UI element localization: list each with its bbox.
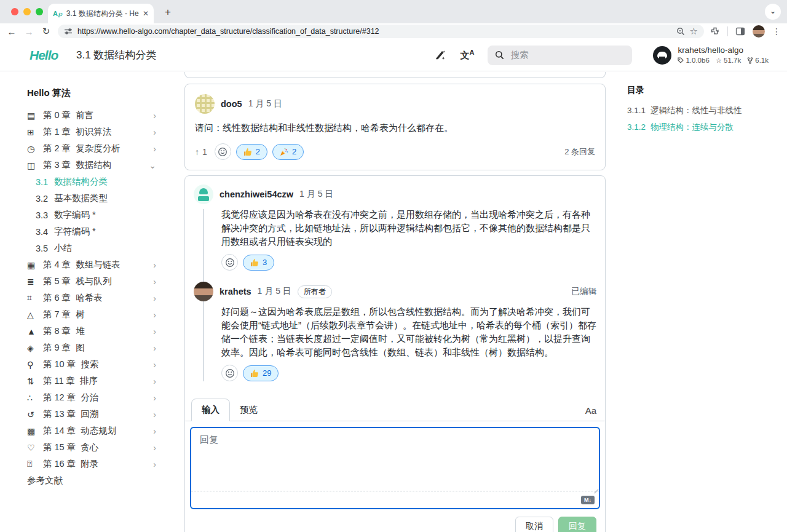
markdown-icon[interactable]: M↓ [581, 496, 595, 504]
sidebar-item-chapter-0[interactable]: ▤ 第 0 章前言 › [27, 107, 156, 124]
comment-date[interactable]: 1 月 5 日 [258, 286, 291, 297]
sidebar-item-chapter-14[interactable]: ▩ 第 14 章动态规划 › [27, 423, 156, 439]
tab-search-chevron-icon[interactable]: ⌄ [765, 4, 781, 20]
extensions-icon[interactable] [710, 26, 720, 36]
chevron-right-icon[interactable]: › [153, 426, 156, 436]
zoom-window-button[interactable] [36, 8, 43, 15]
chevron-right-icon[interactable]: › [153, 443, 156, 453]
sidebar-item-chapter-13[interactable]: ↺ 第 13 章回溯 › [27, 406, 156, 423]
sidebar-item-chapter-16[interactable]: ⍰ 第 16 章附录 › [27, 456, 156, 472]
chevron-right-icon[interactable]: › [153, 360, 156, 370]
comment-author[interactable]: chenzhiwei54czw [219, 189, 293, 199]
back-icon[interactable]: ← [6, 26, 17, 37]
close-window-button[interactable] [11, 8, 18, 15]
sidebar-item-chapter-5[interactable]: ≣ 第 5 章栈与队列 › [27, 273, 156, 290]
tab-preview[interactable]: 预览 [230, 399, 267, 421]
chevron-right-icon[interactable]: › [153, 459, 156, 469]
chevron-right-icon[interactable]: › [153, 410, 156, 419]
url-text[interactable]: https://www.hello-algo.com/chapter_data_… [77, 27, 671, 36]
comment-date[interactable]: 1 月 5 日 [248, 98, 282, 109]
sidebar-item-3-4[interactable]: 3.4字符编码 * [27, 223, 156, 240]
reaction-thumbs-up[interactable]: 2 [236, 144, 267, 160]
toc-item-3-1-2[interactable]: 3.1.2物理结构：连续与分散 [627, 119, 781, 135]
bookmark-star-icon[interactable]: ☆ [690, 26, 698, 37]
add-reaction-button[interactable] [221, 365, 238, 381]
add-reaction-button[interactable] [221, 254, 238, 271]
sidebar-item-chapter-6[interactable]: ⌗ 第 6 章哈希表 › [27, 290, 156, 306]
reaction-thumbs-up[interactable]: 3 [243, 255, 274, 271]
refresh-icon[interactable]: ↻ [41, 26, 52, 37]
avatar[interactable] [195, 94, 215, 114]
sidebar-item-chapter-2[interactable]: ◷ 第 2 章复杂度分析 › [27, 140, 156, 157]
tab-write[interactable]: 输入 [191, 399, 230, 421]
add-reaction-button[interactable] [215, 143, 231, 160]
sidebar-item-chapter-11[interactable]: ⇅ 第 11 章排序 › [27, 373, 156, 389]
window-controls[interactable] [11, 8, 43, 15]
side-panel-icon[interactable] [735, 26, 745, 36]
search-placeholder: 搜索 [510, 49, 528, 61]
chevron-right-icon[interactable]: › [153, 111, 156, 121]
hello-algo-logo[interactable]: Hello [30, 48, 76, 63]
comment-author[interactable]: doo5 [221, 99, 242, 109]
sidebar-item-chapter-15[interactable]: ♡ 第 15 章贪心 › [27, 439, 156, 456]
reply-textarea[interactable] [191, 428, 599, 490]
zoom-page-icon[interactable] [676, 27, 685, 36]
sidebar-item-references[interactable]: 参考文献 [27, 472, 156, 489]
reply-submit-button[interactable]: 回复 [558, 517, 596, 532]
text-format-button[interactable]: Aa [585, 405, 596, 421]
calculator-icon: ⊞ [27, 127, 43, 137]
site-settings-icon[interactable] [64, 27, 73, 36]
sidebar-item-3-2[interactable]: 3.2基本数据类型 [27, 190, 156, 207]
chevron-right-icon[interactable]: › [153, 127, 156, 137]
toolbar-divider [727, 26, 728, 36]
chevron-right-icon[interactable]: › [153, 293, 156, 303]
sidebar-item-3-5[interactable]: 3.5小结 [27, 240, 156, 256]
sidebar-item-chapter-1[interactable]: ⊞ 第 1 章初识算法 › [27, 124, 156, 140]
sidebar-item-chapter-9[interactable]: ◈ 第 9 章图 › [27, 339, 156, 356]
chevron-right-icon[interactable]: › [153, 376, 156, 386]
browser-tab[interactable]: A℘ 3.1 数据结构分类 - Hello 算法 ✕ [48, 4, 154, 23]
sidebar-item-3-1[interactable]: 3.1数据结构分类 [27, 173, 156, 190]
minimize-window-button[interactable] [23, 8, 31, 15]
reply-form-tabs: 输入 预览 Aa [185, 395, 605, 421]
sidebar-item-chapter-10[interactable]: ⚲ 第 10 章搜索 › [27, 356, 156, 373]
upvote-button[interactable]: ↑ 1 [195, 147, 207, 157]
tab-close-icon[interactable]: ✕ [143, 9, 149, 18]
chevron-right-icon[interactable]: › [153, 327, 156, 336]
sidebar-item-chapter-7[interactable]: △ 第 7 章树 › [27, 306, 156, 323]
repo-stars: ☆51.7k [716, 56, 741, 65]
chevron-right-icon[interactable]: › [153, 260, 156, 270]
sidebar-item-chapter-12[interactable]: ∴ 第 12 章分治 › [27, 389, 156, 406]
toc-item-3-1-1[interactable]: 3.1.1逻辑结构：线性与非线性 [627, 102, 781, 119]
graph-icon: ◈ [27, 343, 43, 353]
chevron-right-icon[interactable]: › [153, 144, 156, 154]
language-switch-icon[interactable]: 文A [460, 49, 474, 62]
reaction-tada[interactable]: 2 [272, 144, 304, 160]
sidebar-item-chapter-3[interactable]: ◫ 第 3 章数据结构 ⌄ [27, 157, 156, 173]
search-input[interactable]: 搜索 [488, 46, 632, 65]
forward-icon[interactable]: → [23, 26, 34, 37]
address-bar[interactable]: https://www.hello-algo.com/chapter_data_… [58, 25, 704, 38]
chevron-down-icon[interactable]: ⌄ [149, 161, 156, 170]
question-icon: ⍰ [27, 459, 43, 469]
reaction-thumbs-up[interactable]: 29 [243, 365, 279, 381]
sidebar-item-3-3[interactable]: 3.3数字编码 * [27, 207, 156, 223]
sidebar-item-chapter-4[interactable]: ▦ 第 4 章数组与链表 › [27, 256, 156, 273]
comment-date[interactable]: 1 月 5 日 [299, 189, 333, 200]
chevron-right-icon[interactable]: › [153, 393, 156, 403]
sidebar-item-chapter-8[interactable]: ▲ 第 8 章堆 › [27, 323, 156, 339]
comment-author[interactable]: krahets [219, 287, 251, 296]
theme-toggle-icon[interactable] [434, 49, 446, 62]
new-tab-button[interactable]: + [165, 6, 171, 18]
chevron-right-icon[interactable]: › [153, 277, 156, 287]
browser-menu-icon[interactable]: ⋮ [772, 26, 781, 36]
sidebar-nav: Hello 算法 ▤ 第 0 章前言 › ⊞ 第 1 章初识算法 › ◷ 第 2… [27, 87, 156, 489]
avatar[interactable] [194, 282, 213, 301]
chevron-right-icon[interactable]: › [153, 343, 156, 353]
search-chapter-icon: ⚲ [27, 360, 43, 370]
github-repo-link[interactable]: krahets/hello-algo 1.0.0b6 ☆51.7k 6.1k [653, 46, 769, 65]
avatar[interactable] [194, 185, 213, 204]
browser-profile-avatar[interactable] [753, 25, 765, 38]
chevron-right-icon[interactable]: › [153, 310, 156, 320]
cancel-button[interactable]: 取消 [515, 517, 553, 532]
